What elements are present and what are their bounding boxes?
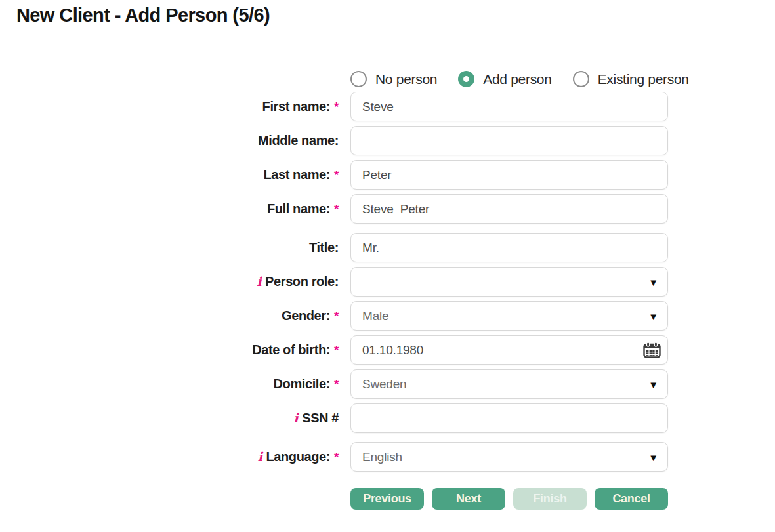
domicile-label: Domicile: * <box>0 377 350 392</box>
label-text: First name: <box>262 99 330 114</box>
chevron-down-icon: ▼ <box>648 452 658 462</box>
required-asterisk: * <box>334 203 339 215</box>
middle-name-input[interactable] <box>350 126 668 155</box>
radio-no-person[interactable]: No person <box>350 71 437 87</box>
label-text: Full name: <box>267 201 330 216</box>
required-asterisk: * <box>334 310 339 322</box>
required-asterisk: * <box>334 169 339 181</box>
label-text: Date of birth: <box>252 342 330 358</box>
label-text: Gender: <box>282 308 330 323</box>
previous-button[interactable]: Previous <box>350 488 424 510</box>
field-row-gender: Gender: * Male ▼ <box>0 301 775 331</box>
label-text: Last name: <box>263 167 330 182</box>
person-mode-radio-group: No person Add person Existing person <box>350 70 775 88</box>
gender-value: Male <box>362 309 641 323</box>
field-row-domicile: Domicile: * Sweden ▼ <box>0 369 775 399</box>
field-row-ssn: i SSN # <box>0 403 775 433</box>
label-text: Title: <box>309 240 339 255</box>
label-text: Language: <box>266 449 330 464</box>
gender-label: Gender: * <box>0 308 350 323</box>
finish-button[interactable]: Finish <box>513 488 587 510</box>
date-of-birth-input[interactable] <box>350 335 668 365</box>
required-asterisk: * <box>334 344 339 356</box>
language-label: i Language: * <box>0 449 350 464</box>
gender-select[interactable]: Male ▼ <box>350 301 668 331</box>
radio-add-person[interactable]: Add person <box>458 71 551 87</box>
field-row-full-name: Full name: * <box>0 194 775 224</box>
language-value: English <box>362 450 641 464</box>
chevron-down-icon: ▼ <box>648 379 658 389</box>
required-asterisk: * <box>334 378 339 390</box>
label-text: Domicile: <box>274 377 330 392</box>
chevron-down-icon: ▼ <box>648 277 658 287</box>
field-row-date-of-birth: Date of birth: * <box>0 335 775 365</box>
required-asterisk: * <box>334 100 339 113</box>
label-text: Middle name: <box>258 133 339 148</box>
radio-circle-icon[interactable] <box>573 71 589 87</box>
header-divider <box>0 35 775 35</box>
first-name-input[interactable] <box>350 92 668 121</box>
radio-existing-person-label: Existing person <box>598 72 689 87</box>
field-row-middle-name: Middle name: <box>0 126 775 155</box>
info-icon[interactable]: i <box>257 276 261 288</box>
required-asterisk: * <box>334 451 339 463</box>
page-title: New Client - Add Person (5/6) <box>16 5 270 26</box>
domicile-select[interactable]: Sweden ▼ <box>350 369 668 399</box>
first-name-label: First name: * <box>0 99 350 114</box>
radio-dot-icon <box>463 76 469 82</box>
add-person-form: No person Add person Existing person Fir… <box>0 70 775 510</box>
field-row-first-name: First name: * <box>0 92 775 121</box>
radio-existing-person[interactable]: Existing person <box>573 71 689 87</box>
radio-no-person-label: No person <box>375 72 437 87</box>
title-label: Title: <box>0 240 350 255</box>
field-row-language: i Language: * English ▼ <box>0 442 775 472</box>
radio-add-person-label: Add person <box>483 72 551 87</box>
last-name-label: Last name: * <box>0 167 350 182</box>
title-input[interactable] <box>350 233 668 262</box>
calendar-icon[interactable] <box>642 342 661 359</box>
info-icon[interactable]: i <box>258 451 262 463</box>
label-text: Person role: <box>265 274 339 289</box>
radio-selected-circle-icon[interactable] <box>458 71 474 87</box>
person-role-select[interactable]: ▼ <box>350 267 668 297</box>
label-text: SSN # <box>302 411 339 426</box>
chevron-down-icon: ▼ <box>648 311 658 321</box>
domicile-value: Sweden <box>362 377 641 392</box>
person-role-label: i Person role: <box>0 274 350 289</box>
next-button[interactable]: Next <box>432 488 505 510</box>
field-row-person-role: i Person role: ▼ <box>0 267 775 297</box>
middle-name-label: Middle name: <box>0 133 350 148</box>
wizard-button-row: Previous Next Finish Cancel <box>350 488 668 510</box>
radio-circle-icon[interactable] <box>350 71 367 87</box>
ssn-input[interactable] <box>350 403 668 433</box>
full-name-input[interactable] <box>350 194 668 224</box>
field-row-title: Title: <box>0 233 775 262</box>
info-icon[interactable]: i <box>293 412 298 424</box>
cancel-button[interactable]: Cancel <box>595 488 668 510</box>
ssn-label: i SSN # <box>0 411 350 426</box>
field-row-last-name: Last name: * <box>0 160 775 190</box>
language-select[interactable]: English ▼ <box>350 442 668 472</box>
date-of-birth-label: Date of birth: * <box>0 342 350 358</box>
full-name-label: Full name: * <box>0 201 350 216</box>
last-name-input[interactable] <box>350 160 668 190</box>
